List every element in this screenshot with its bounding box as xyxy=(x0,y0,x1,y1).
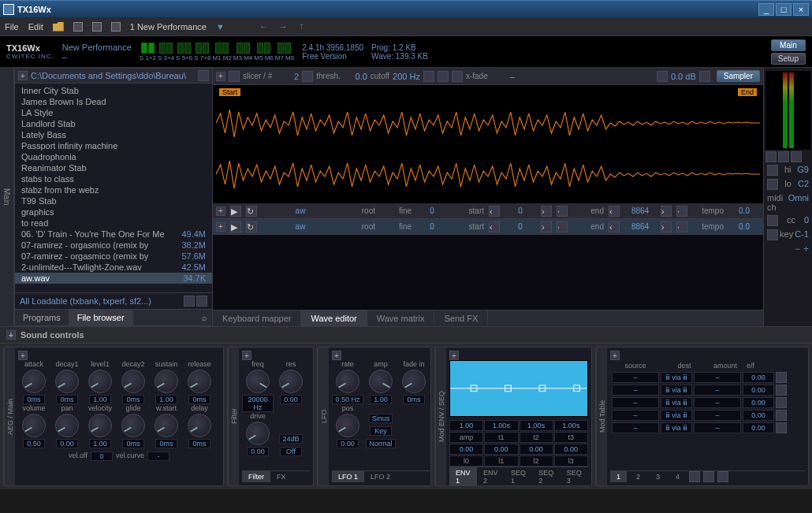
rate-value[interactable]: 0.50 Hz xyxy=(332,395,363,404)
open-icon[interactable] xyxy=(53,22,64,32)
aeg-add-button[interactable]: + xyxy=(18,351,28,360)
tab-lfo1[interactable]: LFO 1 xyxy=(332,471,364,482)
file-item[interactable]: stabs to class xyxy=(15,173,212,184)
midi-value[interactable]: Omni xyxy=(788,193,809,212)
fadein-knob[interactable] xyxy=(402,370,426,393)
mod-page-2[interactable]: 2 xyxy=(630,471,646,482)
env-v-3[interactable]: 1.00s xyxy=(554,420,588,431)
slicer-next-icon[interactable] xyxy=(302,71,313,82)
mod-page-4[interactable]: 4 xyxy=(669,471,686,482)
pan-knob[interactable] xyxy=(55,414,79,437)
mod-source[interactable]: – xyxy=(612,372,659,383)
mod-amount[interactable]: 0.00 xyxy=(743,385,774,396)
tab-lfo2[interactable]: LFO 2 xyxy=(364,471,397,482)
file-item[interactable]: aw.wav34.7K xyxy=(15,273,212,284)
dropdown-icon[interactable]: ▼ xyxy=(216,22,225,32)
mod-source[interactable]: – xyxy=(612,422,659,433)
mod-dest[interactable]: – xyxy=(694,422,741,433)
file-item[interactable]: 06. 'D' Train - You're The One For Me49.… xyxy=(15,229,212,240)
env-l-3[interactable]: 0.00 xyxy=(554,444,588,455)
filter-stop-icon[interactable] xyxy=(196,296,207,307)
mod-ef-icon[interactable] xyxy=(776,397,787,408)
mod-dest[interactable]: – xyxy=(694,385,741,396)
out-icon[interactable] xyxy=(791,151,802,162)
env-v-2[interactable]: 1.00s xyxy=(520,420,553,431)
waveform-display[interactable] xyxy=(216,98,760,200)
path-nav-icon[interactable] xyxy=(198,70,209,81)
db-next-icon[interactable] xyxy=(699,71,710,82)
velocity-value[interactable]: 1.00 xyxy=(89,439,111,448)
velocity-knob[interactable] xyxy=(88,414,112,437)
tab-seq1[interactable]: SEQ 1 xyxy=(505,467,532,486)
tab-filter[interactable]: Filter xyxy=(242,471,270,482)
file-item[interactable]: Quadrophonia xyxy=(15,151,212,162)
wave-region-row[interactable]: +▶↻ aw root fine0 start‹0›· end‹8864›· t… xyxy=(213,219,763,235)
menu-edit[interactable]: Edit xyxy=(28,22,43,32)
decay1-value[interactable]: 0ms xyxy=(56,395,78,404)
mod-amount[interactable]: 0.00 xyxy=(743,422,774,433)
pos-knob[interactable] xyxy=(336,414,359,437)
tab-seq2[interactable]: SEQ 2 xyxy=(532,467,560,486)
file-item[interactable]: Reanimator Stab xyxy=(15,162,212,173)
hi-icon[interactable] xyxy=(767,165,778,176)
file-item[interactable]: Passport infinity machine xyxy=(15,140,212,151)
end-marker[interactable]: End xyxy=(738,88,757,96)
level1-value[interactable]: 1.00 xyxy=(89,395,111,404)
decay1-knob[interactable] xyxy=(55,370,79,393)
lo-icon[interactable] xyxy=(767,179,778,190)
velcurve-value[interactable]: - xyxy=(147,452,169,461)
lo-value[interactable]: C2 xyxy=(798,179,809,190)
release-knob[interactable] xyxy=(188,370,211,393)
env-l-2[interactable]: 0.00 xyxy=(520,444,553,455)
freq-knob[interactable] xyxy=(246,370,270,393)
mute-icon[interactable] xyxy=(765,151,777,162)
level1-knob[interactable] xyxy=(88,370,112,393)
mod-via[interactable]: ⅲ via ⅲ xyxy=(661,385,692,396)
mod-dest[interactable]: – xyxy=(694,397,741,408)
key-icon[interactable] xyxy=(767,229,778,240)
env-add-button[interactable]: + xyxy=(449,351,459,360)
maximize-button[interactable]: □ xyxy=(776,3,792,16)
path-add-button[interactable]: + xyxy=(18,71,28,80)
tab-env2[interactable]: ENV 2 xyxy=(477,467,505,486)
amp-value[interactable]: 1.00 xyxy=(370,395,392,404)
volume-value[interactable]: 0.50 xyxy=(23,439,45,448)
nav-up-icon[interactable]: ← xyxy=(296,22,307,32)
main-button[interactable]: Main xyxy=(771,39,806,51)
sustain-knob[interactable] xyxy=(155,370,178,393)
file-item[interactable]: James Brown Is Dead xyxy=(15,96,212,107)
w.start-knob[interactable] xyxy=(155,414,178,437)
freq-value[interactable]: 20000 Hz xyxy=(242,395,274,412)
setup-button[interactable]: Setup xyxy=(771,53,806,65)
sampler-button[interactable]: Sampler xyxy=(717,70,760,82)
menu-file[interactable]: File xyxy=(5,22,19,32)
tool-icon-2[interactable] xyxy=(438,71,449,82)
filter-add-button[interactable]: + xyxy=(242,351,251,360)
file-item[interactable]: Landlord Stab xyxy=(15,118,212,129)
pos-value[interactable]: 0.00 xyxy=(337,439,359,448)
mod-source[interactable]: – xyxy=(612,410,659,421)
play-icon[interactable]: ▶ xyxy=(230,221,241,232)
current-path[interactable]: C:\Documents and Settings\ddo\Bureau\ xyxy=(31,71,195,80)
tab-programs[interactable]: Programs xyxy=(15,310,69,325)
file-item[interactable]: 2-unlimited---Twilight-Zone.wav42.5M xyxy=(15,262,212,273)
env-l-1[interactable]: 0.00 xyxy=(484,444,518,455)
file-item[interactable]: LA Style xyxy=(15,107,212,118)
mod-via[interactable]: ⅲ via ⅲ xyxy=(661,422,692,433)
rate-knob[interactable] xyxy=(336,370,359,393)
mod-ef-icon[interactable] xyxy=(776,410,787,421)
start-marker[interactable]: Start xyxy=(219,88,240,96)
tab-keyboard-mapper[interactable]: Keyboard mapper xyxy=(213,310,301,326)
mod-via[interactable]: ⅲ via ⅲ xyxy=(661,397,692,408)
tab-env1[interactable]: ENV 1 xyxy=(449,467,477,486)
delay-value[interactable]: 0ms xyxy=(188,439,210,448)
res-value[interactable]: 0.00 xyxy=(280,395,302,404)
cutoff-value[interactable]: 200 Hz xyxy=(393,72,420,81)
cc-icon[interactable] xyxy=(767,215,778,226)
tab-seq3[interactable]: SEQ 3 xyxy=(561,467,588,486)
tab-send-fx[interactable]: Send FX xyxy=(434,310,488,326)
file-item[interactable]: graphics xyxy=(15,206,212,217)
file-item[interactable]: 07-ramirez - orgasmico (remix by57.6M xyxy=(15,251,212,262)
wave-add-button[interactable]: + xyxy=(216,72,225,81)
file-item[interactable]: stabz from the webz xyxy=(15,184,212,195)
